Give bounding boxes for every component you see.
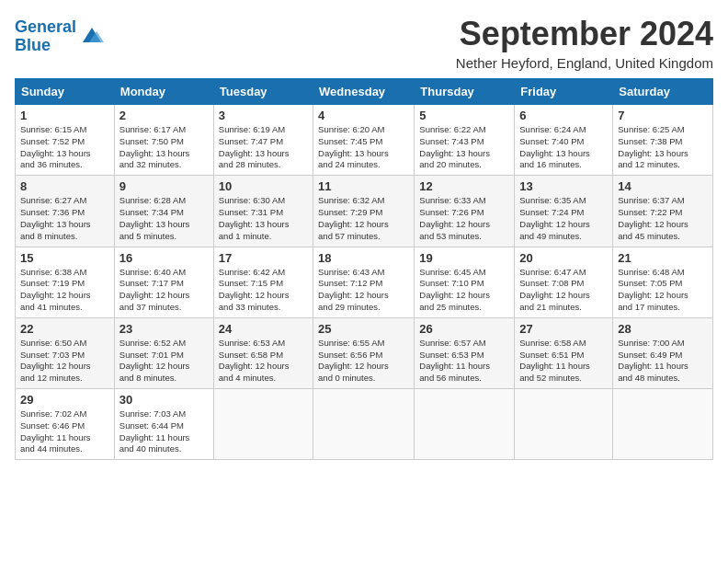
week-row-3: 15Sunrise: 6:38 AMSunset: 7:19 PMDayligh… (16, 247, 713, 317)
col-saturday: Saturday (613, 79, 713, 105)
col-wednesday: Wednesday (313, 79, 415, 105)
table-row (613, 389, 713, 460)
table-row: 6Sunrise: 6:24 AMSunset: 7:40 PMDaylight… (515, 105, 613, 176)
table-row: 9Sunrise: 6:28 AMSunset: 7:34 PMDaylight… (114, 176, 213, 247)
table-row: 27Sunrise: 6:58 AMSunset: 6:51 PMDayligh… (515, 317, 613, 388)
week-row-1: 1Sunrise: 6:15 AMSunset: 7:52 PMDaylight… (16, 105, 713, 176)
table-row: 18Sunrise: 6:43 AMSunset: 7:12 PMDayligh… (313, 247, 415, 317)
location: Nether Heyford, England, United Kingdom (456, 55, 713, 71)
table-row: 4Sunrise: 6:20 AMSunset: 7:45 PMDaylight… (313, 105, 415, 176)
table-row: 23Sunrise: 6:52 AMSunset: 7:01 PMDayligh… (114, 317, 213, 388)
table-row: 25Sunrise: 6:55 AMSunset: 6:56 PMDayligh… (313, 317, 415, 388)
table-row: 24Sunrise: 6:53 AMSunset: 6:58 PMDayligh… (213, 317, 313, 388)
col-monday: Monday (114, 79, 213, 105)
table-row: 16Sunrise: 6:40 AMSunset: 7:17 PMDayligh… (114, 247, 213, 317)
table-row: 7Sunrise: 6:25 AMSunset: 7:38 PMDaylight… (613, 105, 713, 176)
logo: General Blue (15, 18, 106, 55)
table-row (313, 389, 415, 460)
calendar-table: Sunday Monday Tuesday Wednesday Thursday… (15, 78, 713, 460)
week-row-2: 8Sunrise: 6:27 AMSunset: 7:36 PMDaylight… (16, 176, 713, 247)
header-row: Sunday Monday Tuesday Wednesday Thursday… (16, 79, 713, 105)
table-row: 28Sunrise: 7:00 AMSunset: 6:49 PMDayligh… (613, 317, 713, 388)
table-row: 8Sunrise: 6:27 AMSunset: 7:36 PMDaylight… (16, 176, 115, 247)
col-sunday: Sunday (16, 79, 115, 105)
table-row: 2Sunrise: 6:17 AMSunset: 7:50 PMDaylight… (114, 105, 213, 176)
logo-line2: Blue (15, 36, 51, 54)
table-row: 12Sunrise: 6:33 AMSunset: 7:26 PMDayligh… (415, 176, 515, 247)
table-row: 17Sunrise: 6:42 AMSunset: 7:15 PMDayligh… (213, 247, 313, 317)
table-row: 26Sunrise: 6:57 AMSunset: 6:53 PMDayligh… (415, 317, 515, 388)
table-row: 11Sunrise: 6:32 AMSunset: 7:29 PMDayligh… (313, 176, 415, 247)
table-row (213, 389, 313, 460)
table-row: 5Sunrise: 6:22 AMSunset: 7:43 PMDaylight… (415, 105, 515, 176)
week-row-4: 22Sunrise: 6:50 AMSunset: 7:03 PMDayligh… (16, 317, 713, 388)
table-row: 22Sunrise: 6:50 AMSunset: 7:03 PMDayligh… (16, 317, 115, 388)
table-row: 1Sunrise: 6:15 AMSunset: 7:52 PMDaylight… (16, 105, 115, 176)
table-row: 15Sunrise: 6:38 AMSunset: 7:19 PMDayligh… (16, 247, 115, 317)
logo-icon (78, 24, 106, 46)
header: General Blue September 2024 Nether Heyfo… (15, 15, 713, 71)
logo-text: General Blue (15, 18, 76, 55)
col-thursday: Thursday (415, 79, 515, 105)
table-row (415, 389, 515, 460)
title-area: September 2024 Nether Heyford, England, … (456, 15, 713, 71)
table-row: 20Sunrise: 6:47 AMSunset: 7:08 PMDayligh… (515, 247, 613, 317)
table-row: 3Sunrise: 6:19 AMSunset: 7:47 PMDaylight… (213, 105, 313, 176)
table-row: 10Sunrise: 6:30 AMSunset: 7:31 PMDayligh… (213, 176, 313, 247)
month-title: September 2024 (456, 15, 713, 53)
col-tuesday: Tuesday (213, 79, 313, 105)
table-row (515, 389, 613, 460)
table-row: 19Sunrise: 6:45 AMSunset: 7:10 PMDayligh… (415, 247, 515, 317)
table-row: 14Sunrise: 6:37 AMSunset: 7:22 PMDayligh… (613, 176, 713, 247)
table-row: 29Sunrise: 7:02 AMSunset: 6:46 PMDayligh… (16, 389, 115, 460)
table-row: 13Sunrise: 6:35 AMSunset: 7:24 PMDayligh… (515, 176, 613, 247)
logo-line1: General (15, 17, 76, 36)
week-row-5: 29Sunrise: 7:02 AMSunset: 6:46 PMDayligh… (16, 389, 713, 460)
table-row: 21Sunrise: 6:48 AMSunset: 7:05 PMDayligh… (613, 247, 713, 317)
col-friday: Friday (515, 79, 613, 105)
table-row: 30Sunrise: 7:03 AMSunset: 6:44 PMDayligh… (114, 389, 213, 460)
